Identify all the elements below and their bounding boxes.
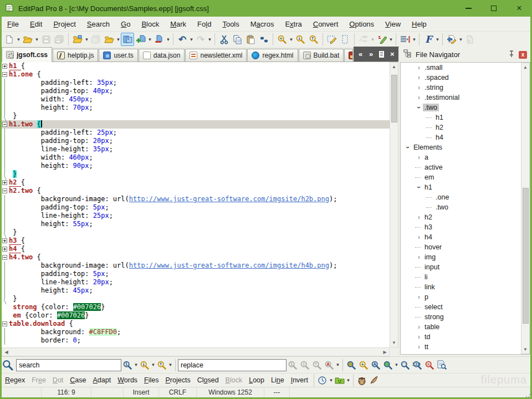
nav-scroll-down-icon[interactable]: ▼ [521, 345, 529, 354]
code-line[interactable]: \ } [2, 295, 390, 303]
font-button[interactable]: F [422, 33, 435, 46]
toggle-case[interactable]: Case [66, 375, 89, 386]
tree-item-select[interactable]: select [401, 302, 530, 312]
code-line[interactable]: height: 70px; [2, 104, 390, 112]
menu-go[interactable]: Go [115, 18, 136, 30]
code-line[interactable]: line-height: 25px; [2, 212, 390, 220]
find-next-button-dropdown[interactable]: ▼ [151, 359, 156, 371]
code-line[interactable]: strong {color: #007026} [2, 303, 390, 311]
code-line[interactable]: −table.download { [2, 320, 390, 328]
tree-item-one[interactable]: .one [401, 192, 530, 202]
tab-user-ts[interactable]: user.ts [99, 49, 137, 62]
find-previous-button[interactable]: ↑ [156, 359, 168, 372]
fold-expand-icon[interactable]: + [2, 247, 7, 252]
menu-view[interactable]: View [380, 18, 406, 30]
code-line[interactable]: width: 460px; [2, 154, 390, 162]
add-file-to-project-button-dropdown[interactable]: ▼ [147, 33, 152, 45]
tree-item-img[interactable]: ›img [401, 252, 530, 262]
chevron-right-icon[interactable]: › [415, 333, 423, 341]
undo-button-dropdown[interactable]: ▼ [189, 33, 194, 45]
toggle-files[interactable]: Files [141, 375, 162, 386]
code-line[interactable]: padding-top: 5px; [2, 270, 390, 278]
chevron-right-icon[interactable]: › [415, 293, 423, 301]
fold-collapse-icon[interactable]: − [2, 255, 7, 260]
replace-all-button-dropdown[interactable]: ▼ [335, 359, 340, 371]
tab-regex-html[interactable]: regex.html [247, 49, 298, 62]
adapt-case-search-toggle[interactable]: A [370, 359, 382, 372]
code-line[interactable]: −h4.two { [2, 253, 390, 262]
chevron-right-icon[interactable]: › [415, 84, 423, 91]
fold-expand-icon[interactable]: + [2, 64, 7, 69]
fold-collapse-icon[interactable]: − [2, 321, 7, 326]
tab-newsletter-xml[interactable]: newsletter.xml [185, 49, 247, 62]
vertical-scroll-thumb[interactable] [391, 75, 397, 122]
chevron-down-icon[interactable]: › [404, 144, 412, 151]
find-next-button[interactable]: ↓ [139, 359, 151, 372]
open-all-project-files-button-dropdown[interactable]: ▼ [116, 33, 121, 45]
search-previous-button[interactable]: ↑ [307, 33, 320, 46]
search-next-button[interactable]: ↓ [294, 33, 307, 46]
tree-item-h4[interactable]: ›h4 [401, 232, 530, 242]
tree-item-two[interactable]: .two [401, 202, 530, 212]
close-button[interactable]: × [507, 0, 532, 17]
tab-jgsoft-css[interactable]: jgsoft.css [2, 47, 52, 62]
tab-build-bat[interactable]: Build.bat [299, 49, 344, 62]
spell-check-button[interactable] [375, 33, 388, 46]
close-navigator-button[interactable]: x [519, 51, 527, 59]
fold-collapse-icon[interactable]: − [2, 72, 7, 77]
search-input[interactable] [16, 359, 121, 371]
find-first-button[interactable]: 1 [121, 359, 134, 372]
code-line[interactable]: em {color: #007026} [2, 311, 390, 320]
fold-collapse-icon[interactable]: − [2, 188, 7, 193]
code-line[interactable]: height: 45px; [2, 287, 390, 295]
favorite-searches-button[interactable] [334, 374, 346, 387]
tree-item-h2[interactable]: ›h2 [401, 212, 530, 222]
indent-button[interactable] [398, 33, 412, 46]
tree-item-td[interactable]: ›td [401, 332, 530, 342]
open-project-button-dropdown[interactable]: ▼ [84, 33, 89, 45]
tree-item-spaced[interactable]: ›.spaced [401, 73, 530, 83]
search-in-selection-toggle[interactable]: □ [399, 359, 411, 372]
indent-button-dropdown[interactable]: ▼ [412, 33, 417, 45]
tree-item-string[interactable]: ›.string [401, 83, 530, 93]
close-file-button[interactable] [152, 33, 166, 46]
minimize-button[interactable] [456, 0, 481, 17]
instant-open-button[interactable] [445, 33, 458, 46]
code-line[interactable]: height: 90px; [2, 162, 390, 170]
search-toolbar-button[interactable]: + [275, 33, 289, 46]
chevron-down-icon[interactable]: › [415, 104, 423, 111]
scroll-right-icon[interactable]: ▶ [381, 348, 389, 356]
open-all-project-files-button[interactable] [103, 33, 116, 46]
code-line[interactable]: padding-left: 35px; [2, 79, 390, 87]
highlight-matches-toggle[interactable] [345, 359, 357, 372]
scroll-tabs-right-button[interactable]: » [366, 48, 376, 60]
code-line[interactable]: padding-top: 20px; [2, 137, 390, 145]
chevron-right-icon[interactable]: › [415, 154, 423, 161]
code-line[interactable]: padding-top: 40px; [2, 87, 390, 95]
tree-item-small[interactable]: ›.small [401, 63, 530, 73]
menu-search[interactable]: Search [81, 18, 115, 30]
tree-item-h4[interactable]: h4 [401, 132, 530, 142]
nav-scroll-thumb[interactable] [523, 188, 529, 324]
menu-edit[interactable]: Edit [24, 18, 48, 30]
toggle-loop[interactable]: Loop [245, 375, 268, 386]
menu-file[interactable]: File [2, 18, 24, 30]
chevron-right-icon[interactable]: › [415, 233, 423, 241]
open-project-button[interactable] [71, 33, 84, 46]
jump-back-button[interactable] [257, 33, 270, 46]
tree-item-input[interactable]: input [401, 262, 530, 272]
toggle-invert[interactable]: Invert [288, 375, 311, 386]
copy-button[interactable] [231, 33, 244, 46]
new-file-button[interactable] [3, 33, 16, 46]
code-line[interactable]: +h3 { [2, 237, 390, 245]
redo-button-dropdown[interactable]: ▼ [207, 33, 212, 45]
tree-item-li[interactable]: li [401, 272, 530, 282]
fold-expand-icon[interactable]: + [2, 180, 7, 185]
tree-item-strong[interactable]: strong [401, 312, 530, 322]
code-line[interactable]: width: 450px; [2, 95, 390, 104]
tree-item-a[interactable]: ›a [401, 152, 530, 162]
paste-button[interactable] [244, 33, 257, 46]
clear-search-button-dropdown[interactable]: ▼ [394, 359, 399, 371]
toggle-closed[interactable]: Closed [194, 375, 222, 386]
code-line[interactable]: background-image: url(http://www.just-gr… [2, 195, 390, 203]
